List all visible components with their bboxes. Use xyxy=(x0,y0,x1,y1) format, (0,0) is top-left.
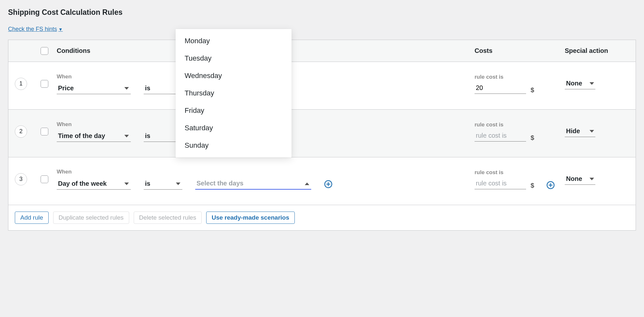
chevron-up-icon xyxy=(305,183,309,185)
rule-number: 3 xyxy=(15,173,27,185)
cost-label: rule cost is xyxy=(475,169,565,176)
chevron-down-icon xyxy=(590,82,594,85)
rule-checkbox[interactable] xyxy=(41,128,48,135)
rule-number: 2 xyxy=(15,125,27,138)
when-label: When xyxy=(57,169,475,175)
rule-checkbox[interactable] xyxy=(41,80,48,88)
chevron-down-icon xyxy=(590,178,594,180)
currency-symbol: $ xyxy=(531,134,534,142)
plus-circle-icon xyxy=(546,181,555,189)
rule-checkbox[interactable] xyxy=(41,175,48,183)
col-header-costs: Costs xyxy=(475,47,565,54)
cost-label: rule cost is xyxy=(475,122,565,128)
cost-label: rule cost is xyxy=(475,74,565,80)
hints-link[interactable]: Check the FS hints ▼ xyxy=(8,26,63,33)
operator-select[interactable]: is xyxy=(144,179,182,190)
currency-symbol: $ xyxy=(531,182,534,189)
select-all-checkbox[interactable] xyxy=(41,47,48,55)
chevron-down-icon xyxy=(176,183,180,185)
hints-link-label: Check the FS hints xyxy=(8,26,57,33)
section-heading: Shipping Cost Calculation Rules xyxy=(8,8,636,17)
rules-panel: Conditions Costs Special action 1WhenPri… xyxy=(8,40,636,231)
delete-rules-button[interactable]: Delete selected rules xyxy=(134,212,202,224)
cost-input[interactable] xyxy=(475,84,526,94)
day-option[interactable]: Tuesday xyxy=(176,50,292,67)
day-option[interactable]: Wednesday xyxy=(176,67,292,84)
rule-row: 2WhenTime of the dayisrule cost is$Hide xyxy=(8,110,636,157)
add-condition-button[interactable] xyxy=(324,180,332,188)
rule-number: 1 xyxy=(15,78,27,90)
chevron-down-icon xyxy=(590,130,594,133)
plus-circle-icon xyxy=(324,180,332,188)
special-action-select[interactable]: None xyxy=(565,174,595,185)
rule-row: 3WhenDay of the weekisSelect the daysrul… xyxy=(8,157,636,205)
chevron-down-icon xyxy=(124,183,129,185)
footer-actions: Add rule Duplicate selected rules Delete… xyxy=(8,205,636,230)
day-option[interactable]: Sunday xyxy=(176,137,292,154)
days-select[interactable]: Select the days xyxy=(195,178,311,190)
special-action-select[interactable]: Hide xyxy=(565,126,595,137)
cost-input[interactable] xyxy=(475,131,526,142)
currency-symbol: $ xyxy=(531,86,534,94)
chevron-down-icon xyxy=(124,135,129,137)
cost-input[interactable] xyxy=(475,179,526,189)
duplicate-rules-button[interactable]: Duplicate selected rules xyxy=(53,212,129,224)
rule-row: 1WhenPriceisrule cost is$None xyxy=(8,62,636,110)
col-header-special: Special action xyxy=(565,47,629,54)
table-header: Conditions Costs Special action xyxy=(8,40,636,62)
add-rule-button[interactable]: Add rule xyxy=(15,212,49,224)
chevron-down-icon xyxy=(124,87,129,90)
special-action-select[interactable]: None xyxy=(565,78,595,89)
condition-select[interactable]: Day of the week xyxy=(57,179,131,190)
day-option[interactable]: Saturday xyxy=(176,119,292,137)
day-option[interactable]: Friday xyxy=(176,102,292,119)
condition-select[interactable]: Time of the day xyxy=(57,131,131,142)
day-option[interactable]: Thursday xyxy=(176,84,292,102)
days-placeholder: Select the days xyxy=(197,180,244,187)
day-option[interactable]: Monday xyxy=(176,32,292,50)
days-dropdown[interactable]: MondayTuesdayWednesdayThursdayFridaySatu… xyxy=(176,29,292,157)
chevron-down-icon: ▼ xyxy=(58,27,63,32)
add-cost-button[interactable] xyxy=(546,181,555,189)
condition-select[interactable]: Price xyxy=(57,83,131,94)
ready-scenarios-button[interactable]: Use ready-made scenarios xyxy=(206,212,295,224)
